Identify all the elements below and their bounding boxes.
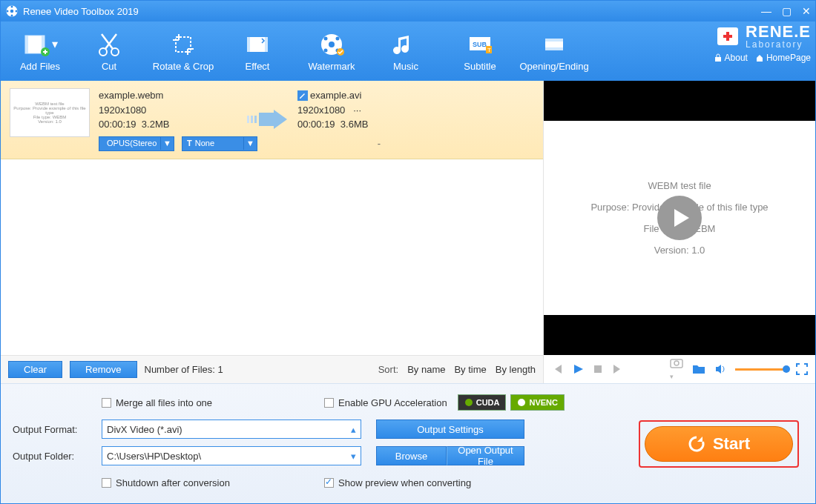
destination-info: example.avi 1920x1080 ··· 00:00:19 3.6MB… xyxy=(297,88,461,151)
preview-content: WEBM test file Purpose: Provide example … xyxy=(544,121,815,315)
svg-point-10 xyxy=(99,48,107,56)
start-button[interactable]: Start xyxy=(645,426,793,462)
watermark-button[interactable]: Watermark xyxy=(295,25,369,77)
destination-more[interactable]: ··· xyxy=(353,105,361,116)
volume-slider[interactable] xyxy=(735,368,787,371)
checkbox-icon xyxy=(102,398,111,408)
svg-rect-32 xyxy=(247,116,249,123)
svg-rect-34 xyxy=(254,116,257,123)
destination-status: - xyxy=(378,136,381,151)
output-settings-button[interactable]: Output Settings xyxy=(376,420,524,439)
play-button[interactable] xyxy=(572,363,584,375)
cut-button[interactable]: Cut xyxy=(72,25,146,77)
chevron-up-icon: ▴ xyxy=(351,424,356,435)
app-icon xyxy=(5,4,19,18)
svg-rect-36 xyxy=(594,365,602,373)
preview-pane: WEBM test file Purpose: Provide example … xyxy=(544,81,815,383)
music-icon xyxy=(392,31,419,58)
svg-text:SUB: SUB xyxy=(473,41,487,48)
sort-controls: Sort: By name By time By length xyxy=(378,364,536,375)
brand-block: RENE.E Laboratory About HomePage xyxy=(714,23,811,63)
svg-rect-15 xyxy=(265,37,268,52)
fullscreen-button[interactable] xyxy=(796,363,808,375)
nvenc-badge: NVENC xyxy=(510,394,565,411)
prev-button[interactable] xyxy=(551,363,563,375)
volume-thumb[interactable] xyxy=(783,365,790,373)
volume-button[interactable] xyxy=(714,363,726,375)
brand-name: RENE.E xyxy=(746,24,811,40)
svg-point-38 xyxy=(674,361,679,365)
homepage-link[interactable]: HomePage xyxy=(755,53,811,63)
start-zone: Start xyxy=(622,384,815,503)
svg-rect-31 xyxy=(715,57,721,62)
open-output-button[interactable]: Open Output File xyxy=(447,446,524,465)
cut-icon xyxy=(96,31,122,58)
svg-point-3 xyxy=(11,15,13,17)
maximize-button[interactable]: ▢ xyxy=(782,5,792,17)
file-row[interactable]: WEBM test file Purpose: Provide example … xyxy=(1,81,543,159)
file-thumbnail: WEBM test file Purpose: Provide example … xyxy=(10,88,90,137)
svg-point-39 xyxy=(465,399,473,406)
cuda-badge: CUDA xyxy=(458,394,507,411)
sort-by-time[interactable]: By time xyxy=(454,364,486,375)
close-button[interactable]: ✕ xyxy=(802,5,811,17)
merge-checkbox[interactable]: Merge all files into one xyxy=(102,397,324,408)
next-button[interactable] xyxy=(612,363,624,375)
music-button[interactable]: Music xyxy=(369,25,443,77)
checkbox-checked-icon xyxy=(324,478,334,488)
main-area: WEBM test file Purpose: Provide example … xyxy=(1,81,815,383)
audio-codec-dropdown[interactable]: OPUS(Stereo ▼ xyxy=(99,136,174,151)
opening-ending-button[interactable]: Opening/Ending xyxy=(517,25,591,77)
shutdown-checkbox[interactable]: Shutdown after conversion xyxy=(102,477,324,488)
arrow-right-icon xyxy=(246,108,290,130)
svg-point-4 xyxy=(7,10,9,13)
fullscreen-icon xyxy=(796,363,808,375)
rotate-crop-icon xyxy=(170,31,197,58)
sort-by-name[interactable]: By name xyxy=(407,364,445,375)
add-files-icon xyxy=(23,31,50,58)
gpu-checkbox[interactable]: Enable GPU Acceleration xyxy=(324,397,447,408)
refresh-icon xyxy=(688,435,705,453)
chevron-down-icon: ▾ xyxy=(351,451,356,462)
snapshot-button[interactable]: ▾ xyxy=(670,357,683,382)
show-preview-checkbox[interactable]: Show preview when converting xyxy=(324,477,471,488)
play-overlay-button[interactable] xyxy=(657,196,702,240)
checkbox-icon xyxy=(324,398,334,408)
sort-by-length[interactable]: By length xyxy=(496,364,536,375)
add-files-dropdown-icon[interactable]: ▾ xyxy=(52,37,58,51)
subtitle-button[interactable]: SUBT Subtitle xyxy=(443,25,517,77)
svg-point-2 xyxy=(11,6,13,8)
volume-icon xyxy=(714,363,726,375)
stop-button[interactable] xyxy=(593,364,603,374)
minimize-button[interactable]: — xyxy=(761,5,771,17)
edit-icon[interactable] xyxy=(297,90,308,101)
window-controls: — ▢ ✕ xyxy=(761,5,811,17)
lock-icon xyxy=(714,53,723,62)
svg-point-40 xyxy=(518,399,525,406)
open-folder-button[interactable] xyxy=(692,363,705,375)
source-filename: example.webm xyxy=(99,88,238,103)
svg-point-11 xyxy=(111,48,119,56)
clear-button[interactable]: Clear xyxy=(8,361,62,378)
remove-button[interactable]: Remove xyxy=(70,361,136,378)
effect-icon xyxy=(244,31,271,58)
rotate-crop-button[interactable]: Rotate & Crop xyxy=(146,25,220,77)
app-title: Renee Video Toolbox 2019 xyxy=(23,6,139,17)
output-folder-label: Output Folder: xyxy=(13,451,102,462)
chevron-down-icon: ▼ xyxy=(160,137,174,150)
output-folder-combo[interactable]: C:\Users\HP\Desktop\ ▾ xyxy=(102,446,361,465)
destination-resolution: 1920x1080 xyxy=(297,105,345,116)
about-link[interactable]: About xyxy=(714,53,748,63)
output-options: Merge all files into one Enable GPU Acce… xyxy=(1,384,622,503)
svg-point-17 xyxy=(329,42,335,47)
checkbox-icon xyxy=(102,478,111,488)
svg-point-5 xyxy=(16,10,18,13)
source-duration: 00:00:19 xyxy=(99,119,136,130)
browse-button[interactable]: Browse xyxy=(376,446,447,465)
svg-rect-28 xyxy=(545,39,563,42)
effect-button[interactable]: Effect xyxy=(220,25,295,77)
add-files-button[interactable]: ▾ Add Files xyxy=(8,25,72,77)
output-format-combo[interactable]: DivX Video (*.avi) ▴ xyxy=(102,420,361,439)
file-list: WEBM test file Purpose: Provide example … xyxy=(1,81,543,355)
nvidia-icon xyxy=(517,398,526,407)
